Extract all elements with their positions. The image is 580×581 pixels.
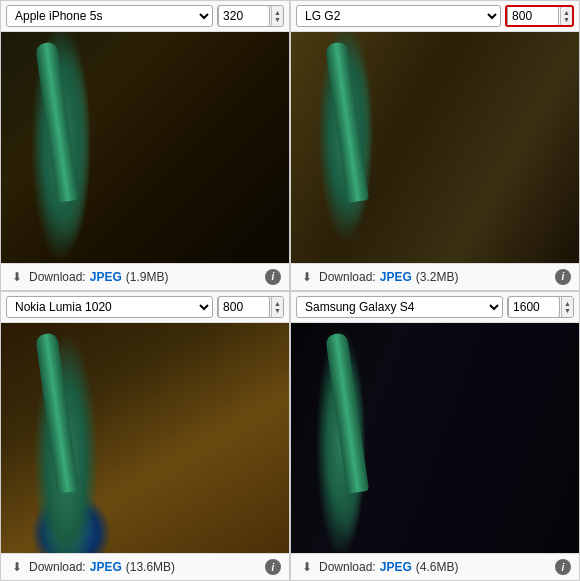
- cell-2-header: LG G2LG G3LG G4▲▼: [291, 1, 579, 32]
- cell-4: Samsung Galaxy S4Samsung Galaxy S5Samsun…: [290, 291, 580, 582]
- download-label-4: Download:: [319, 560, 376, 574]
- spin-down-icon[interactable]: ▼: [564, 307, 571, 314]
- download-icon: ⬇: [9, 559, 25, 575]
- image-area-4: [291, 323, 579, 554]
- photo-2: [291, 32, 579, 263]
- spin-down-icon[interactable]: ▼: [563, 16, 570, 23]
- cell-1-footer: ⬇Download: JPEG(1.9MB)i: [1, 263, 289, 290]
- photo-3: [1, 323, 289, 554]
- spin-down-icon[interactable]: ▼: [274, 16, 281, 23]
- spin-down-icon[interactable]: ▼: [274, 307, 281, 314]
- comparison-grid: Apple iPhone 5sApple iPhone 6Apple iPhon…: [0, 0, 580, 581]
- resolution-spinner-3[interactable]: ▲▼: [271, 297, 283, 317]
- info-button-1[interactable]: i: [265, 269, 281, 285]
- download-link-4[interactable]: JPEG: [380, 560, 412, 574]
- device-select-3[interactable]: Nokia Lumia 1020Nokia Lumia 920Nokia Lum…: [6, 296, 213, 318]
- cell-3: Nokia Lumia 1020Nokia Lumia 920Nokia Lum…: [0, 291, 290, 582]
- device-select-4[interactable]: Samsung Galaxy S4Samsung Galaxy S5Samsun…: [296, 296, 503, 318]
- resolution-input-1[interactable]: [218, 5, 270, 27]
- resolution-input-wrap-4: ▲▼: [507, 296, 574, 318]
- download-size-2: (3.2MB): [416, 270, 459, 284]
- download-link-2[interactable]: JPEG: [380, 270, 412, 284]
- download-size-1: (1.9MB): [126, 270, 169, 284]
- resolution-spinner-2[interactable]: ▲▼: [560, 7, 572, 25]
- resolution-spinner-4[interactable]: ▲▼: [561, 297, 573, 317]
- resolution-input-wrap-2: ▲▼: [505, 5, 574, 27]
- cell-1-header: Apple iPhone 5sApple iPhone 6Apple iPhon…: [1, 1, 289, 32]
- cell-2: LG G2LG G3LG G4▲▼⬇Download: JPEG(3.2MB)i: [290, 0, 580, 291]
- download-size-3: (13.6MB): [126, 560, 175, 574]
- cell-2-footer: ⬇Download: JPEG(3.2MB)i: [291, 263, 579, 290]
- spin-up-icon[interactable]: ▲: [564, 300, 571, 307]
- download-link-1[interactable]: JPEG: [90, 270, 122, 284]
- info-button-3[interactable]: i: [265, 559, 281, 575]
- resolution-input-wrap-1: ▲▼: [217, 5, 284, 27]
- image-area-1: [1, 32, 289, 263]
- download-label-3: Download:: [29, 560, 86, 574]
- download-size-4: (4.6MB): [416, 560, 459, 574]
- info-button-2[interactable]: i: [555, 269, 571, 285]
- spin-up-icon[interactable]: ▲: [563, 9, 570, 16]
- cell-1: Apple iPhone 5sApple iPhone 6Apple iPhon…: [0, 0, 290, 291]
- download-label-2: Download:: [319, 270, 376, 284]
- photo-1: [1, 32, 289, 263]
- resolution-input-wrap-3: ▲▼: [217, 296, 284, 318]
- device-select-1[interactable]: Apple iPhone 5sApple iPhone 6Apple iPhon…: [6, 5, 213, 27]
- download-icon: ⬇: [299, 269, 315, 285]
- download-section-3: ⬇Download: JPEG(13.6MB): [9, 559, 175, 575]
- resolution-input-3[interactable]: [218, 296, 270, 318]
- download-section-1: ⬇Download: JPEG(1.9MB): [9, 269, 168, 285]
- download-icon: ⬇: [9, 269, 25, 285]
- download-section-4: ⬇Download: JPEG(4.6MB): [299, 559, 458, 575]
- info-button-4[interactable]: i: [555, 559, 571, 575]
- download-label-1: Download:: [29, 270, 86, 284]
- download-section-2: ⬇Download: JPEG(3.2MB): [299, 269, 458, 285]
- cell-3-footer: ⬇Download: JPEG(13.6MB)i: [1, 553, 289, 580]
- cell-3-header: Nokia Lumia 1020Nokia Lumia 920Nokia Lum…: [1, 292, 289, 323]
- resolution-spinner-1[interactable]: ▲▼: [271, 6, 283, 26]
- resolution-input-4[interactable]: [508, 296, 560, 318]
- download-link-3[interactable]: JPEG: [90, 560, 122, 574]
- image-area-3: [1, 323, 289, 554]
- spin-up-icon[interactable]: ▲: [274, 300, 281, 307]
- spin-up-icon[interactable]: ▲: [274, 9, 281, 16]
- resolution-input-2[interactable]: [507, 5, 559, 27]
- device-select-2[interactable]: LG G2LG G3LG G4: [296, 5, 501, 27]
- cell-4-header: Samsung Galaxy S4Samsung Galaxy S5Samsun…: [291, 292, 579, 323]
- photo-4: [291, 323, 579, 554]
- image-area-2: [291, 32, 579, 263]
- download-icon: ⬇: [299, 559, 315, 575]
- cell-4-footer: ⬇Download: JPEG(4.6MB)i: [291, 553, 579, 580]
